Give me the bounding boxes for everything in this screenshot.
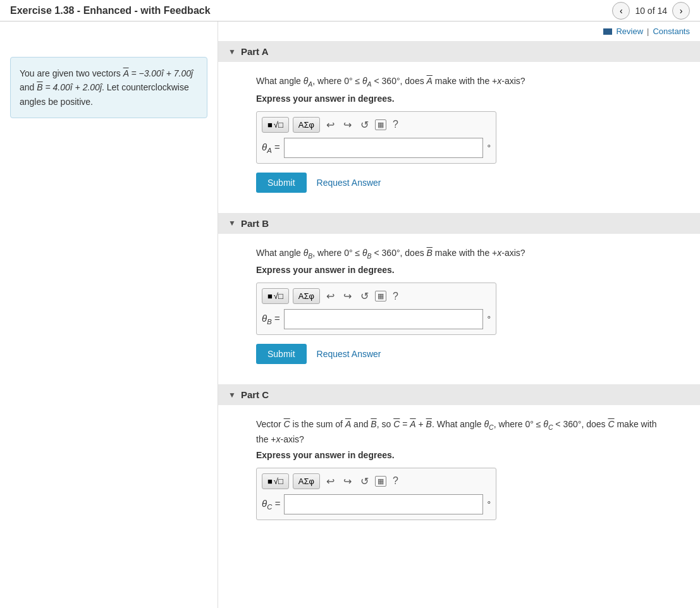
part-c-input[interactable] bbox=[284, 494, 483, 514]
part-a-unit: ° bbox=[487, 143, 491, 153]
part-b-unit: ° bbox=[487, 314, 491, 324]
part-c-help-btn[interactable]: ? bbox=[390, 474, 401, 488]
part-b-header[interactable]: ▼ Part B bbox=[218, 213, 700, 234]
part-a-input[interactable] bbox=[284, 138, 484, 158]
problem-text: You are given two vectors A = −3.00î + 7… bbox=[20, 68, 193, 107]
part-b-var-label: θB = bbox=[262, 313, 280, 325]
part-c-undo-btn[interactable]: ↩ bbox=[324, 474, 337, 489]
part-b-alpha-btn[interactable]: AΣφ bbox=[293, 288, 320, 304]
part-c-var-label: θC = bbox=[262, 498, 280, 511]
part-b-submit[interactable]: Submit bbox=[256, 344, 307, 364]
navigation: ‹ 10 of 14 › bbox=[612, 2, 690, 20]
part-c-unit: ° bbox=[487, 499, 491, 509]
part-b-actions: Submit Request Answer bbox=[256, 344, 662, 364]
constants-link[interactable]: Constants bbox=[653, 27, 690, 36]
part-c-question: Vector C is the sum of A and B, so C = A… bbox=[256, 418, 662, 446]
part-b-question: What angle θB, where 0° ≤ θB < 360°, doe… bbox=[256, 246, 662, 262]
part-a-input-row: θA = ° bbox=[262, 138, 491, 158]
part-c-header[interactable]: ▼ Part C bbox=[218, 384, 700, 405]
part-a-sqrt-btn[interactable]: ■ √□ bbox=[262, 117, 289, 133]
part-b-body: What angle θB, where 0° ≤ θB < 360°, doe… bbox=[218, 234, 700, 380]
part-a-submit[interactable]: Submit bbox=[256, 173, 307, 193]
part-b-input-row: θB = ° bbox=[262, 309, 491, 329]
part-a-request[interactable]: Request Answer bbox=[317, 178, 381, 188]
part-b-section: ▼ Part B What angle θB, where 0° ≤ θB < … bbox=[218, 213, 700, 380]
part-c-sqrt-btn[interactable]: ■ √□ bbox=[262, 473, 289, 489]
part-a-var-label: θA = bbox=[262, 142, 280, 154]
part-a-toolbar: ■ √□ AΣφ ↩ ↪ ↺ ▦ ? bbox=[262, 117, 491, 133]
nav-count: 10 of 14 bbox=[635, 6, 667, 16]
part-b-instruction: Express your answer in degrees. bbox=[256, 265, 662, 275]
part-b-redo-btn[interactable]: ↪ bbox=[341, 289, 354, 303]
alpha-icon-b: AΣφ bbox=[298, 291, 314, 301]
sqrt-icon-b: ■ bbox=[267, 291, 273, 301]
part-c-refresh-btn[interactable]: ↺ bbox=[358, 474, 371, 489]
part-b-arrow: ▼ bbox=[228, 219, 236, 228]
part-b-sqrt-btn[interactable]: ■ √□ bbox=[262, 288, 289, 304]
main-layout: You are given two vectors A = −3.00î + 7… bbox=[0, 21, 700, 608]
part-a-question: What angle θA, where 0° ≤ θA < 360°, doe… bbox=[256, 75, 662, 90]
review-link[interactable]: Review bbox=[616, 27, 643, 36]
review-bar: Review | Constants bbox=[218, 21, 700, 41]
part-a-section: ▼ Part A What angle θA, where 0° ≤ θA < … bbox=[218, 41, 700, 208]
part-a-header[interactable]: ▼ Part A bbox=[218, 41, 700, 62]
part-a-help-btn[interactable]: ? bbox=[390, 118, 401, 131]
part-a-input-container: ■ √□ AΣφ ↩ ↪ ↺ ▦ ? θA = bbox=[256, 111, 496, 164]
part-a-instruction: Express your answer in degrees. bbox=[256, 94, 662, 104]
page-title: Exercise 1.38 - Enhanced - with Feedback bbox=[10, 5, 211, 16]
part-c-section: ▼ Part C Vector C is the sum of A and B,… bbox=[218, 384, 700, 544]
sqrt-icon: ■ bbox=[267, 120, 273, 130]
part-a-body: What angle θA, where 0° ≤ θA < 360°, doe… bbox=[218, 62, 700, 208]
part-c-keyboard-icon: ▦ bbox=[375, 476, 386, 487]
part-a-alpha-btn[interactable]: AΣφ bbox=[293, 117, 320, 133]
part-a-refresh-btn[interactable]: ↺ bbox=[358, 118, 371, 132]
alpha-icon-c: AΣφ bbox=[298, 477, 314, 486]
part-c-redo-btn[interactable]: ↪ bbox=[341, 474, 354, 489]
next-button[interactable]: › bbox=[672, 2, 690, 20]
part-c-input-row: θC = ° bbox=[262, 494, 491, 514]
part-b-refresh-btn[interactable]: ↺ bbox=[358, 289, 371, 303]
part-c-arrow: ▼ bbox=[228, 391, 236, 399]
part-b-keyboard-icon: ▦ bbox=[375, 291, 386, 301]
alpha-icon: AΣφ bbox=[298, 120, 314, 130]
part-b-request[interactable]: Request Answer bbox=[317, 349, 381, 359]
part-c-label: Part C bbox=[241, 389, 269, 400]
part-c-body: Vector C is the sum of A and B, so C = A… bbox=[218, 405, 700, 544]
divider: | bbox=[647, 27, 649, 36]
part-a-keyboard-icon: ▦ bbox=[375, 119, 386, 130]
part-b-label: Part B bbox=[241, 218, 269, 229]
part-b-toolbar: ■ √□ AΣφ ↩ ↪ ↺ ▦ ? bbox=[262, 288, 491, 304]
problem-statement: You are given two vectors A = −3.00î + 7… bbox=[10, 57, 207, 118]
part-a-actions: Submit Request Answer bbox=[256, 173, 662, 193]
part-b-undo-btn[interactable]: ↩ bbox=[324, 289, 337, 303]
part-c-toolbar: ■ √□ AΣφ ↩ ↪ ↺ ▦ ? bbox=[262, 473, 491, 489]
part-a-label: Part A bbox=[241, 46, 269, 57]
part-a-arrow: ▼ bbox=[228, 47, 236, 56]
content-area: Review | Constants ▼ Part A What angle θ… bbox=[218, 21, 700, 608]
part-b-input[interactable] bbox=[284, 309, 484, 329]
sqrt-icon-c: ■ bbox=[267, 477, 273, 486]
part-c-instruction: Express your answer in degrees. bbox=[256, 450, 662, 460]
part-a-redo-btn[interactable]: ↪ bbox=[341, 118, 354, 132]
part-a-undo-btn[interactable]: ↩ bbox=[324, 118, 337, 132]
part-c-alpha-btn[interactable]: AΣφ bbox=[293, 473, 320, 489]
header: Exercise 1.38 - Enhanced - with Feedback… bbox=[0, 0, 700, 21]
sidebar: You are given two vectors A = −3.00î + 7… bbox=[0, 21, 218, 608]
part-c-input-container: ■ √□ AΣφ ↩ ↪ ↺ ▦ ? θC = bbox=[256, 468, 496, 520]
review-icon bbox=[603, 28, 612, 35]
part-b-input-container: ■ √□ AΣφ ↩ ↪ ↺ ▦ ? θB = bbox=[256, 283, 496, 335]
prev-button[interactable]: ‹ bbox=[612, 2, 630, 20]
part-b-help-btn[interactable]: ? bbox=[390, 289, 401, 303]
